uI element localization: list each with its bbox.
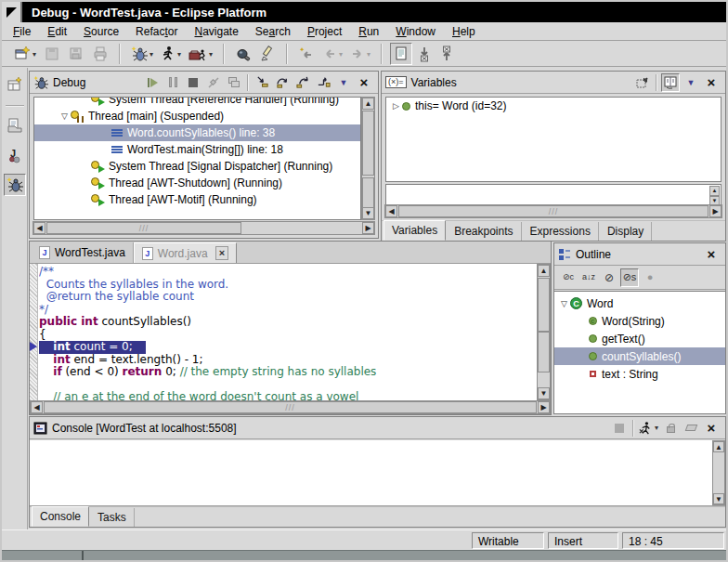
go-into-top-level-type-button[interactable]: ⊘c (559, 268, 578, 287)
hide-fields-button[interactable]: ⊘ (600, 268, 618, 287)
editor-hscrollbar[interactable]: ◀ /// ▶ (30, 400, 551, 414)
variables-view-menu-button[interactable]: ▼ (682, 73, 700, 92)
debug-view-menu-button[interactable]: ▼ (334, 73, 353, 92)
menu-navigate[interactable]: Navigate (188, 23, 249, 40)
show-type-names-button[interactable] (633, 73, 652, 92)
menu-file[interactable]: File (7, 23, 42, 40)
editor-tab-wordtest.java[interactable]: JWordTest.java (32, 242, 134, 263)
scroll-right-arrow[interactable]: ▶ (538, 401, 550, 413)
menu-search[interactable]: Search (250, 23, 302, 40)
outline-view-close-button[interactable]: × (702, 245, 721, 264)
scroll-left-arrow[interactable]: ◀ (33, 222, 46, 234)
run-to-line-button[interactable] (314, 73, 332, 92)
dropdown-arrow-icon[interactable]: ▾ (150, 50, 153, 59)
tab-close-icon[interactable]: × (215, 246, 228, 260)
window-menu-button[interactable] (2, 2, 22, 22)
terminate-button[interactable] (184, 73, 202, 92)
run-button[interactable]: ▾ (158, 43, 184, 65)
expander-open-icon[interactable]: ▽ (58, 111, 71, 121)
java-search-button[interactable] (256, 43, 279, 65)
scroll-left-arrow[interactable]: ◀ (31, 401, 43, 413)
resume-button[interactable] (143, 73, 162, 92)
step-return-button[interactable] (293, 73, 312, 92)
dropdown-arrow-icon[interactable]: ▾ (209, 50, 213, 59)
editor-body[interactable]: /** Counts the syllables in the word. @r… (30, 264, 551, 400)
menu-edit[interactable]: Edit (42, 23, 78, 40)
menu-project[interactable]: Project (302, 23, 353, 40)
java-perspective-button[interactable]: J (4, 144, 26, 166)
tree-row[interactable]: System Thread [Reference Handler] (Runni… (34, 97, 360, 108)
dropdown-arrow-icon[interactable]: ▾ (177, 50, 181, 59)
scrollbar-thumb[interactable]: /// (46, 222, 241, 234)
scrollbar-thumb[interactable] (538, 278, 550, 332)
scrollbar-thumb[interactable] (362, 111, 374, 176)
scroll-up-arrow[interactable]: ▲ (538, 265, 550, 277)
debug-button[interactable]: ▾ (128, 43, 156, 65)
remove-launch-button[interactable]: ▾ (638, 419, 659, 438)
menu-refactor[interactable]: Refactor (130, 23, 188, 40)
menu-run[interactable]: Run (353, 23, 390, 40)
external-tools-button[interactable]: ▾ (186, 43, 215, 65)
hide-non-public-button[interactable]: ● (641, 268, 659, 287)
console-view-close-button[interactable]: × (702, 419, 721, 438)
tree-row[interactable]: ▽Thread [main] (Suspended) (34, 108, 360, 124)
variables-tab-expressions[interactable]: Expressions (523, 222, 599, 241)
show-detail-pane-toggle[interactable] (661, 73, 680, 92)
tree-row[interactable]: WordTest.main(String[]) line: 18 (34, 141, 360, 158)
scrollbar-thumb[interactable]: /// (44, 401, 537, 413)
tree-row[interactable]: countSyllables() (554, 347, 725, 365)
menu-help[interactable]: Help (447, 23, 487, 40)
scroll-down-arrow[interactable]: ▼ (538, 387, 550, 399)
expander-open-icon[interactable]: ▽ (558, 299, 570, 308)
variables-tab-display[interactable]: Display (600, 222, 652, 241)
dropdown-arrow-icon[interactable]: ▾ (32, 50, 36, 59)
tree-row[interactable]: Thread [AWT-Motif] (Running) (34, 191, 360, 208)
console-vscrollbar[interactable]: ▲ ▼ (712, 440, 725, 505)
detail-pane-spinner[interactable]: ▲▼ (709, 186, 720, 206)
variables-hscrollbar[interactable]: ◀ /// ▶ (384, 204, 722, 218)
editor-vscrollbar[interactable]: ▲ ▼ (537, 264, 551, 400)
scrollbar-thumb[interactable]: /// (398, 205, 708, 217)
new-wizard-button[interactable]: ▾ (11, 43, 39, 65)
dropdown-arrow-icon[interactable]: ▾ (655, 424, 658, 432)
debug-hscrollbar[interactable]: ◀ /// ▶ (32, 221, 375, 235)
tree-row[interactable]: getText() (554, 330, 725, 347)
debug-vscrollbar[interactable]: ▲ ▼ (361, 97, 375, 220)
scroll-up-arrow[interactable]: ▲ (713, 441, 724, 452)
resource-perspective-button[interactable] (4, 114, 26, 137)
scroll-left-arrow[interactable]: ◀ (385, 205, 397, 217)
expander-closed-icon[interactable]: ▷ (390, 101, 402, 111)
scroll-down-arrow[interactable]: ▼ (713, 493, 724, 504)
console-output[interactable]: ▲ ▼ (30, 440, 725, 506)
sort-button[interactable]: a↓z (579, 268, 598, 287)
open-perspective-button[interactable] (4, 73, 26, 96)
scroll-down-arrow[interactable]: ▼ (362, 207, 374, 219)
tree-row[interactable]: Thread [AWT-Shutdown] (Running) (34, 175, 360, 191)
console-tab-tasks[interactable]: Tasks (90, 508, 135, 527)
debug-perspective-button[interactable] (4, 174, 26, 196)
last-edit-location-button[interactable] (295, 43, 318, 65)
variables-view-close-button[interactable]: × (702, 73, 721, 92)
menu-source[interactable]: Source (78, 23, 130, 40)
hide-static-members-button[interactable]: ⊘s (620, 268, 639, 287)
step-into-button[interactable] (253, 73, 271, 92)
code-lines[interactable]: /** Counts the syllables in the word. @r… (39, 266, 537, 400)
spin-up-icon[interactable]: ▲ (709, 186, 720, 196)
editor-tab-word.java[interactable]: JWord.java× (134, 242, 237, 263)
variables-tab-variables[interactable]: Variables (384, 220, 446, 241)
tree-row[interactable]: text : String (554, 365, 725, 383)
tree-row[interactable]: System Thread [Signal Dispatcher] (Runni… (34, 158, 360, 175)
scroll-right-arrow[interactable]: ▶ (709, 205, 722, 217)
next-annotation-button[interactable] (414, 43, 435, 65)
scroll-right-arrow[interactable]: ▶ (362, 222, 374, 234)
previous-annotation-button[interactable] (436, 43, 457, 65)
search-button[interactable] (232, 43, 254, 65)
tree-row[interactable]: ▽CWord (554, 294, 725, 312)
tree-row[interactable]: Word.countSyllables() line: 38 (34, 124, 360, 141)
scroll-up-arrow[interactable]: ▲ (362, 98, 374, 110)
console-tab-console[interactable]: Console (32, 506, 89, 527)
debug-view-close-button[interactable]: × (355, 73, 373, 92)
step-over-button[interactable] (273, 73, 292, 92)
tree-row[interactable]: cWord(String) (554, 312, 725, 330)
variables-tab-breakpoints[interactable]: Breakpoints (447, 222, 521, 241)
